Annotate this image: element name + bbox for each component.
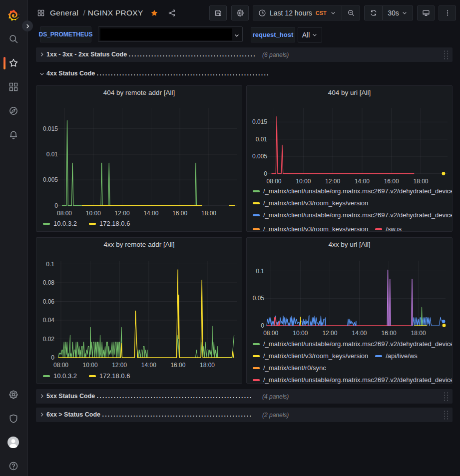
svg-text:16:00: 16:00 — [170, 362, 185, 369]
svg-text:0.02: 0.02 — [43, 336, 55, 343]
svg-text:0: 0 — [54, 202, 58, 209]
svg-text:0: 0 — [261, 322, 264, 329]
svg-text:16:00: 16:00 — [384, 178, 399, 185]
svg-text:14:00: 14:00 — [141, 362, 156, 369]
svg-text:0.04: 0.04 — [43, 317, 55, 324]
svg-text:08:00: 08:00 — [53, 362, 68, 369]
svg-text:0: 0 — [51, 354, 54, 361]
svg-text:16:00: 16:00 — [172, 210, 187, 217]
svg-text:18:00: 18:00 — [200, 362, 215, 369]
svg-text:16:00: 16:00 — [382, 330, 397, 337]
svg-text:12:00: 12:00 — [322, 330, 337, 337]
svg-text:18:00: 18:00 — [411, 330, 426, 337]
svg-text:12:00: 12:00 — [112, 362, 127, 369]
svg-text:0.015: 0.015 — [252, 118, 267, 125]
svg-text:0.01: 0.01 — [46, 151, 58, 158]
svg-text:10:00: 10:00 — [293, 330, 308, 337]
svg-text:10:00: 10:00 — [83, 362, 98, 369]
svg-text:12:00: 12:00 — [325, 178, 340, 185]
svg-text:14:00: 14:00 — [355, 178, 370, 185]
svg-text:18:00: 18:00 — [201, 210, 216, 217]
svg-text:0.1: 0.1 — [46, 261, 54, 268]
svg-text:08:00: 08:00 — [266, 178, 281, 185]
svg-text:0.01: 0.01 — [256, 136, 268, 143]
svg-text:08:00: 08:00 — [57, 210, 72, 217]
svg-text:0.005: 0.005 — [252, 153, 267, 160]
svg-text:12:00: 12:00 — [115, 210, 130, 217]
svg-text:0.06: 0.06 — [43, 298, 55, 305]
svg-text:0.05: 0.05 — [253, 295, 265, 302]
svg-text:0.08: 0.08 — [43, 279, 55, 286]
svg-text:18:00: 18:00 — [413, 178, 428, 185]
svg-text:08:00: 08:00 — [263, 330, 278, 337]
svg-text:0.015: 0.015 — [43, 125, 58, 132]
svg-text:10:00: 10:00 — [296, 178, 311, 185]
svg-text:0.005: 0.005 — [43, 176, 58, 183]
svg-text:14:00: 14:00 — [143, 210, 158, 217]
svg-text:14:00: 14:00 — [352, 330, 367, 337]
svg-text:0.1: 0.1 — [256, 268, 264, 275]
svg-text:10:00: 10:00 — [86, 210, 101, 217]
svg-text:0: 0 — [264, 170, 267, 177]
